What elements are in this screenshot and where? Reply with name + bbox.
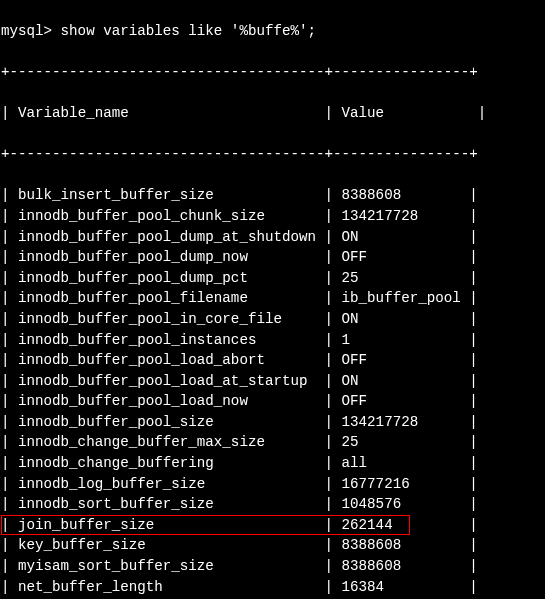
cell-value: 1 | (342, 332, 478, 348)
cell-value: all | (342, 455, 478, 471)
highlighted-row: | join_buffer_size | 262144 (1, 515, 410, 536)
table-row: | innodb_buffer_pool_load_now | OFF | (1, 391, 544, 412)
cell-value: 8388608 | (342, 537, 478, 553)
table-row: | innodb_sort_buffer_size | 1048576 | (1, 494, 544, 515)
cell-name: | innodb_change_buffering | (1, 455, 342, 471)
table-row: | innodb_buffer_pool_chunk_size | 134217… (1, 206, 544, 227)
cell-value: 262144 (342, 517, 410, 533)
cell-name: | innodb_buffer_pool_filename | (1, 290, 342, 306)
table-row: | innodb_buffer_pool_instances | 1 | (1, 330, 544, 351)
cell-name: | innodb_buffer_pool_chunk_size | (1, 208, 342, 224)
header-value: Value (342, 103, 478, 124)
cell-value: ON | (342, 373, 478, 389)
table-border-header: +-------------------------------------+-… (1, 144, 544, 165)
cell-name: | innodb_buffer_pool_load_at_startup | (1, 373, 342, 389)
cell-value: 16777216 | (342, 476, 478, 492)
cell-value: OFF | (342, 352, 478, 368)
table-border-top: +-------------------------------------+-… (1, 62, 544, 83)
table-row: | innodb_buffer_pool_size | 134217728 | (1, 412, 544, 433)
cell-name: | innodb_buffer_pool_load_abort | (1, 352, 342, 368)
cell-value: 16384 | (342, 579, 478, 595)
cell-value: 8388608 | (342, 187, 478, 203)
header-name: Variable_name (18, 103, 316, 124)
cell-name: | net_buffer_length | (1, 579, 342, 595)
table-row: | innodb_buffer_pool_dump_at_shutdown | … (1, 227, 544, 248)
table-row: | innodb_buffer_pool_dump_now | OFF | (1, 247, 544, 268)
cell-value: OFF | (342, 393, 478, 409)
cell-name: | innodb_buffer_pool_in_core_file | (1, 311, 342, 327)
cell-name: | myisam_sort_buffer_size | (1, 558, 342, 574)
cell-value: ON | (342, 229, 478, 245)
cell-name: | innodb_buffer_pool_load_now | (1, 393, 342, 409)
table-row: | myisam_sort_buffer_size | 8388608 | (1, 556, 544, 577)
table-row: | bulk_insert_buffer_size | 8388608 | (1, 185, 544, 206)
cell-name: | bulk_insert_buffer_size | (1, 187, 342, 203)
table-row: | innodb_log_buffer_size | 16777216 | (1, 474, 544, 495)
cell-name: | innodb_change_buffer_max_size | (1, 434, 342, 450)
cell-name: | innodb_buffer_pool_instances | (1, 332, 342, 348)
table-header-row: | Variable_name | Value| (1, 103, 544, 124)
cell-name: | innodb_buffer_pool_dump_now | (1, 249, 342, 265)
cell-value: 134217728 | (342, 208, 478, 224)
cell-name: | innodb_buffer_pool_dump_pct | (1, 270, 342, 286)
cell-value: ON | (342, 311, 478, 327)
cell-name: | innodb_buffer_pool_dump_at_shutdown | (1, 229, 342, 245)
cell-name: | key_buffer_size | (1, 537, 342, 553)
cell-value: 25 | (342, 434, 478, 450)
table-row: | innodb_change_buffering | all | (1, 453, 544, 474)
cell-value: 134217728 | (342, 414, 478, 430)
cell-value: ib_buffer_pool | (342, 290, 478, 306)
cell-value: 25 | (342, 270, 478, 286)
table-body: | bulk_insert_buffer_size | 8388608 || i… (1, 185, 544, 599)
command-prompt: mysql> show variables like '%buffe%'; (1, 21, 544, 42)
prompt-text: mysql> show variables like '%buffe%'; (1, 23, 316, 39)
terminal-output: mysql> show variables like '%buffe%'; +-… (0, 0, 545, 599)
cell-name: | innodb_log_buffer_size | (1, 476, 342, 492)
cell-value: 8388608 | (342, 558, 478, 574)
cell-value: OFF | (342, 249, 478, 265)
table-row: | innodb_change_buffer_max_size | 25 | (1, 432, 544, 453)
table-row: | innodb_buffer_pool_load_abort | OFF | (1, 350, 544, 371)
cell-value: 1048576 | (342, 496, 478, 512)
table-row: | net_buffer_length | 16384 | (1, 577, 544, 598)
table-row: | join_buffer_size | 262144 | (1, 515, 544, 536)
table-row: | innodb_buffer_pool_in_core_file | ON | (1, 309, 544, 330)
table-row: | key_buffer_size | 8388608 | (1, 535, 544, 556)
cell-name: | innodb_buffer_pool_size | (1, 414, 342, 430)
table-row: | innodb_buffer_pool_load_at_startup | O… (1, 371, 544, 392)
cell-name: | innodb_sort_buffer_size | (1, 496, 342, 512)
row-tail: | (410, 517, 478, 533)
cell-name: | join_buffer_size | (1, 517, 342, 533)
table-row: | innodb_buffer_pool_filename | ib_buffe… (1, 288, 544, 309)
table-row: | innodb_buffer_pool_dump_pct | 25 | (1, 268, 544, 289)
